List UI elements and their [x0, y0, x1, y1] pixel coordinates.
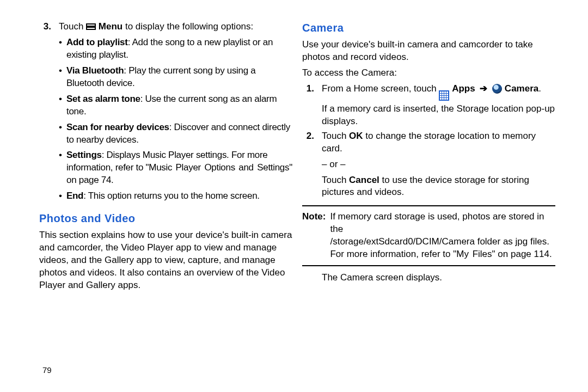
- camera-intro: Use your device's built-in camera and ca…: [302, 39, 555, 64]
- step-number: 1.: [302, 83, 314, 128]
- note-text: If memory card storage is used, photos a…: [330, 211, 555, 261]
- step-3: 3. Touch Menu to display the following o…: [39, 21, 292, 206]
- bullet-end: End: This option returns you to the home…: [66, 190, 292, 203]
- apps-label: Apps: [452, 83, 475, 94]
- section-title-camera: Camera: [302, 21, 555, 35]
- menu-icon: [86, 23, 96, 30]
- note-line1: If memory card storage is used, photos a…: [330, 211, 544, 234]
- camera-label: Camera: [505, 83, 538, 94]
- section-title-photos-video: Photos and Video: [39, 211, 292, 226]
- right-column: Camera Use your device's built-in camera…: [301, 21, 555, 292]
- bullet-set-alarm: Set as alarm tone: Use the current song …: [66, 93, 292, 118]
- note-line3-pre: For more information, refer to: [330, 249, 453, 259]
- page-number: 79: [42, 365, 52, 376]
- note-line2: /storage/extSdcard0/DCIM/Camera folder a…: [330, 236, 549, 247]
- bullet-add-to-playlist: Add to playlist: Add the song to a new p…: [66, 36, 292, 62]
- arrow-icon: ➔: [477, 83, 489, 94]
- camera-access-line: To access the Camera:: [302, 67, 555, 79]
- note-label: Note:: [302, 211, 326, 261]
- bullet-term: Settings: [66, 150, 102, 160]
- bullet-term: Via Bluetooth: [66, 65, 124, 76]
- step1-pre: From a Home screen, touch: [322, 83, 439, 94]
- bullet-scan-nearby: Scan for nearby devices: Discover and co…: [66, 121, 292, 146]
- step2-pre: Touch: [322, 131, 349, 141]
- cancel-label: Cancel: [349, 175, 379, 185]
- or-line: – or –: [322, 158, 555, 171]
- step-text-pre: Touch: [59, 21, 86, 32]
- bullet-term: End: [66, 191, 83, 201]
- step-number: 3.: [39, 21, 51, 206]
- cancel-line: Touch Cancel to use the device storage f…: [322, 174, 555, 199]
- bullet-term: Scan for nearby devices: [66, 122, 169, 132]
- settings-xref: "Music Player Options and Settings": [146, 162, 292, 173]
- bullet-desc: : This option returns you to the home sc…: [83, 191, 260, 201]
- step-number: 2.: [302, 130, 314, 155]
- menu-label: Menu: [99, 21, 122, 32]
- options-bullets: Add to playlist: Add the song to a new p…: [59, 36, 292, 203]
- step1-body: If a memory card is inserted, the Storag…: [322, 103, 555, 128]
- bullet-term: Add to playlist: [66, 37, 128, 47]
- step-body: Touch OK to change the storage location …: [322, 130, 555, 155]
- bullet-settings: Settings: Displays Music Player settings…: [66, 149, 292, 187]
- step-body: Touch Menu to display the following opti…: [59, 21, 292, 206]
- step1-post: .: [538, 83, 541, 94]
- ok-label: OK: [349, 131, 363, 141]
- camera-icon: [492, 84, 502, 94]
- step-body: From a Home screen, touch Apps ➔ Camera.…: [322, 83, 555, 128]
- bullet-term: Set as alarm tone: [66, 94, 140, 104]
- bullet-via-bluetooth: Via Bluetooth: Play the current song by …: [66, 65, 292, 90]
- manual-page: 3. Touch Menu to display the following o…: [0, 0, 588, 392]
- note-block: Note: If memory card storage is used, ph…: [302, 205, 555, 266]
- note-xref: "My Files": [453, 249, 495, 259]
- note-line3-post: on page 114.: [495, 249, 552, 259]
- camera-step-2: 2. Touch OK to change the storage locati…: [302, 130, 555, 155]
- two-column-layout: 3. Touch Menu to display the following o…: [39, 21, 555, 292]
- apps-grid-icon: [439, 90, 449, 101]
- camera-step-1: 1. From a Home screen, touch Apps ➔ Came…: [302, 83, 555, 128]
- left-column: 3. Touch Menu to display the following o…: [39, 21, 295, 292]
- step-text-post: to display the following options:: [125, 21, 253, 32]
- section-body-photos-video: This section explains how to use your de…: [39, 229, 292, 292]
- note-row: Note: If memory card storage is used, ph…: [302, 211, 555, 261]
- after-note: The Camera screen displays.: [322, 272, 555, 284]
- cancel-pre: Touch: [322, 175, 349, 185]
- bullet-desc-post: on page 74.: [66, 175, 114, 185]
